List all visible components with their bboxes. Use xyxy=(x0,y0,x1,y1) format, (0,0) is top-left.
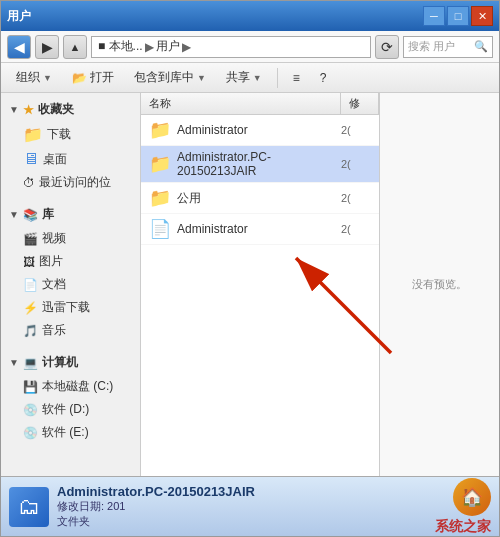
sidebar-drive-c-label: 本地磁盘 (C:) xyxy=(42,378,113,395)
search-icon: 🔍 xyxy=(474,40,488,53)
sidebar-picture-label: 图片 xyxy=(39,253,63,270)
status-filename: Administrator.PC-20150213JAIR xyxy=(57,484,427,499)
close-button[interactable]: ✕ xyxy=(471,6,493,26)
document-icon: 📄 xyxy=(23,278,38,292)
sidebar-item-recent[interactable]: ⏱ 最近访问的位 xyxy=(1,171,140,194)
drive-e-icon: 💿 xyxy=(23,426,38,440)
file-items: 📁 Administrator 2( 📁 Administrator.PC-20… xyxy=(141,115,379,476)
recent-icon: ⏱ xyxy=(23,176,35,190)
file-date-admin2: 2( xyxy=(341,223,371,235)
address-bar: ◀ ▶ ▲ ■ 本地... ▶ 用户 ▶ ⟳ 搜索 用户 🔍 xyxy=(1,31,499,63)
sidebar-desktop-label: 桌面 xyxy=(43,151,67,168)
file-name-public: 公用 xyxy=(177,190,335,207)
sidebar-item-picture[interactable]: 🖼 图片 xyxy=(1,250,140,273)
sidebar-section-favorites: ▼ ★ 收藏夹 📁 下载 🖥 桌面 ⏱ 最近访问的位 xyxy=(1,97,140,194)
back-button[interactable]: ◀ xyxy=(7,35,31,59)
sidebar-item-music[interactable]: 🎵 音乐 xyxy=(1,319,140,342)
thunder-icon: ⚡ xyxy=(23,301,38,315)
file-item-admin[interactable]: 📁 Administrator 2( xyxy=(141,115,379,146)
file-list: 名称 修 📁 Administrator 2( 📁 Administrator.… xyxy=(141,93,379,476)
logo-icon: 🏠 xyxy=(453,478,491,516)
title-bar: 用户 ─ □ ✕ xyxy=(1,1,499,31)
sidebar-item-drive-e[interactable]: 💿 软件 (E:) xyxy=(1,421,140,444)
sidebar-video-label: 视频 xyxy=(42,230,66,247)
file-item-admin-pc[interactable]: 📁 Administrator.PC-20150213JAIR 2( xyxy=(141,146,379,183)
music-icon: 🎵 xyxy=(23,324,38,338)
path-root: ■ 本地... xyxy=(98,38,143,55)
window-controls: ─ □ ✕ xyxy=(423,6,493,26)
forward-button[interactable]: ▶ xyxy=(35,35,59,59)
file-list-header: 名称 修 xyxy=(141,93,379,115)
sidebar-item-video[interactable]: 🎬 视频 xyxy=(1,227,140,250)
sidebar-computer-header[interactable]: ▼ 💻 计算机 xyxy=(1,350,140,375)
sidebar-item-download[interactable]: 📁 下载 xyxy=(1,122,140,147)
col-header-name[interactable]: 名称 xyxy=(141,93,341,114)
file-date-admin: 2( xyxy=(341,124,371,136)
folder-icon-public: 📁 xyxy=(149,187,171,209)
refresh-button[interactable]: ⟳ xyxy=(375,35,399,59)
status-logo: 🏠 系统之家 xyxy=(435,478,491,536)
main-area: ▼ ★ 收藏夹 📁 下载 🖥 桌面 ⏱ 最近访问的位 xyxy=(1,93,499,476)
include-library-button[interactable]: 包含到库中 ▼ xyxy=(125,66,215,90)
drive-c-icon: 💾 xyxy=(23,380,38,394)
file-name-admin2: Administrator xyxy=(177,222,335,236)
toolbar-separator xyxy=(277,68,278,88)
status-detail1: 修改日期: 201 xyxy=(57,499,427,514)
no-preview-text: 没有预览。 xyxy=(412,277,467,292)
col-header-date[interactable]: 修 xyxy=(341,93,379,114)
picture-icon: 🖼 xyxy=(23,255,35,269)
path-users: 用户 xyxy=(156,38,180,55)
drive-d-icon: 💿 xyxy=(23,403,38,417)
file-item-admin2[interactable]: 📄 Administrator 2( xyxy=(141,214,379,245)
status-info: Administrator.PC-20150213JAIR 修改日期: 201 … xyxy=(57,484,427,529)
sidebar-section-library: ▼ 📚 库 🎬 视频 🖼 图片 📄 文档 ⚡ 迅 xyxy=(1,202,140,342)
organize-button[interactable]: 组织 ▼ xyxy=(7,66,61,90)
folder-icon-admin-pc: 📁 xyxy=(149,153,171,175)
status-detail2: 文件夹 xyxy=(57,514,427,529)
sidebar-drive-e-label: 软件 (E:) xyxy=(42,424,89,441)
sidebar: ▼ ★ 收藏夹 📁 下载 🖥 桌面 ⏱ 最近访问的位 xyxy=(1,93,141,476)
favorites-label: 收藏夹 xyxy=(38,101,74,118)
search-placeholder: 搜索 用户 xyxy=(408,39,455,54)
main-window: 用户 ─ □ ✕ ◀ ▶ ▲ ■ 本地... ▶ 用户 ▶ ⟳ 搜索 用户 🔍 … xyxy=(0,0,500,537)
file-date-admin-pc: 2( xyxy=(341,158,371,170)
sidebar-recent-label: 最近访问的位 xyxy=(39,174,111,191)
file-name-admin: Administrator xyxy=(177,123,335,137)
desktop-icon: 🖥 xyxy=(23,150,39,168)
sidebar-favorites-header[interactable]: ▼ ★ 收藏夹 xyxy=(1,97,140,122)
sidebar-music-label: 音乐 xyxy=(42,322,66,339)
computer-label: 计算机 xyxy=(42,354,78,371)
logo-text: 系统之家 xyxy=(435,518,491,536)
file-item-public[interactable]: 📁 公用 2( xyxy=(141,183,379,214)
folder-icon-admin: 📁 xyxy=(149,119,171,141)
minimize-button[interactable]: ─ xyxy=(423,6,445,26)
folder-icon: 📁 xyxy=(23,125,43,144)
maximize-button[interactable]: □ xyxy=(447,6,469,26)
toolbar: 组织 ▼ 📂 打开 包含到库中 ▼ 共享 ▼ ≡ ? xyxy=(1,63,499,93)
sidebar-item-desktop[interactable]: 🖥 桌面 xyxy=(1,147,140,171)
sidebar-item-drive-c[interactable]: 💾 本地磁盘 (C:) xyxy=(1,375,140,398)
sidebar-download-label: 下载 xyxy=(47,126,71,143)
up-button[interactable]: ▲ xyxy=(63,35,87,59)
file-date-public: 2( xyxy=(341,192,371,204)
sidebar-item-document[interactable]: 📄 文档 xyxy=(1,273,140,296)
sidebar-section-computer: ▼ 💻 计算机 💾 本地磁盘 (C:) 💿 软件 (D:) 💿 软件 (E:) xyxy=(1,350,140,444)
search-box[interactable]: 搜索 用户 🔍 xyxy=(403,36,493,58)
sidebar-item-thunder[interactable]: ⚡ 迅雷下载 xyxy=(1,296,140,319)
sidebar-item-drive-d[interactable]: 💿 软件 (D:) xyxy=(1,398,140,421)
sidebar-thunder-label: 迅雷下载 xyxy=(42,299,90,316)
status-icon: 🗂 xyxy=(9,487,49,527)
library-label: 库 xyxy=(42,206,54,223)
open-button[interactable]: 📂 打开 xyxy=(63,66,123,90)
view-button[interactable]: ≡ xyxy=(284,66,309,90)
status-bar: 🗂 Administrator.PC-20150213JAIR 修改日期: 20… xyxy=(1,476,499,536)
video-icon: 🎬 xyxy=(23,232,38,246)
window-title: 用户 xyxy=(7,8,423,25)
file-icon-admin2: 📄 xyxy=(149,218,171,240)
help-button[interactable]: ? xyxy=(311,66,336,90)
share-button[interactable]: 共享 ▼ xyxy=(217,66,271,90)
address-path[interactable]: ■ 本地... ▶ 用户 ▶ xyxy=(91,36,371,58)
preview-panel: 没有预览。 xyxy=(379,93,499,476)
sidebar-library-header[interactable]: ▼ 📚 库 xyxy=(1,202,140,227)
file-name-admin-pc: Administrator.PC-20150213JAIR xyxy=(177,150,335,178)
